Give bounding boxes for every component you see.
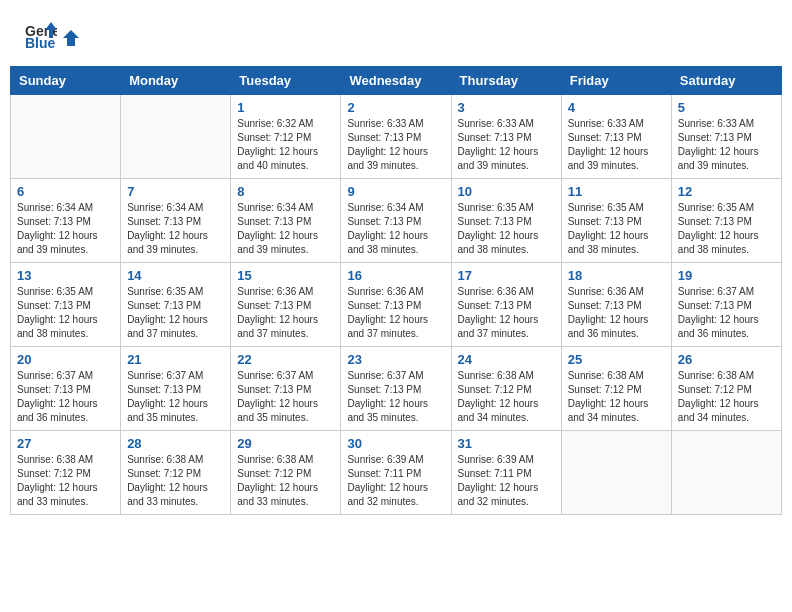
day-number: 26: [678, 352, 775, 367]
calendar-week-row: 20Sunrise: 6:37 AM Sunset: 7:13 PM Dayli…: [11, 347, 782, 431]
day-number: 5: [678, 100, 775, 115]
day-number: 8: [237, 184, 334, 199]
calendar-cell: 9Sunrise: 6:34 AM Sunset: 7:13 PM Daylig…: [341, 179, 451, 263]
calendar-cell: [121, 95, 231, 179]
day-number: 15: [237, 268, 334, 283]
calendar-cell: 16Sunrise: 6:36 AM Sunset: 7:13 PM Dayli…: [341, 263, 451, 347]
day-info: Sunrise: 6:37 AM Sunset: 7:13 PM Dayligh…: [17, 369, 114, 425]
day-number: 3: [458, 100, 555, 115]
day-info: Sunrise: 6:36 AM Sunset: 7:13 PM Dayligh…: [458, 285, 555, 341]
calendar-cell: 5Sunrise: 6:33 AM Sunset: 7:13 PM Daylig…: [671, 95, 781, 179]
day-number: 9: [347, 184, 444, 199]
calendar-cell: 4Sunrise: 6:33 AM Sunset: 7:13 PM Daylig…: [561, 95, 671, 179]
day-header-wednesday: Wednesday: [341, 67, 451, 95]
day-number: 23: [347, 352, 444, 367]
calendar-cell: 7Sunrise: 6:34 AM Sunset: 7:13 PM Daylig…: [121, 179, 231, 263]
day-header-sunday: Sunday: [11, 67, 121, 95]
day-number: 30: [347, 436, 444, 451]
calendar-cell: 10Sunrise: 6:35 AM Sunset: 7:13 PM Dayli…: [451, 179, 561, 263]
calendar-cell: 13Sunrise: 6:35 AM Sunset: 7:13 PM Dayli…: [11, 263, 121, 347]
day-info: Sunrise: 6:39 AM Sunset: 7:11 PM Dayligh…: [458, 453, 555, 509]
day-info: Sunrise: 6:33 AM Sunset: 7:13 PM Dayligh…: [458, 117, 555, 173]
day-info: Sunrise: 6:34 AM Sunset: 7:13 PM Dayligh…: [237, 201, 334, 257]
day-number: 18: [568, 268, 665, 283]
calendar-cell: 3Sunrise: 6:33 AM Sunset: 7:13 PM Daylig…: [451, 95, 561, 179]
calendar-cell: 28Sunrise: 6:38 AM Sunset: 7:12 PM Dayli…: [121, 431, 231, 515]
day-info: Sunrise: 6:34 AM Sunset: 7:13 PM Dayligh…: [127, 201, 224, 257]
calendar-cell: 26Sunrise: 6:38 AM Sunset: 7:12 PM Dayli…: [671, 347, 781, 431]
day-number: 17: [458, 268, 555, 283]
day-number: 10: [458, 184, 555, 199]
day-info: Sunrise: 6:36 AM Sunset: 7:13 PM Dayligh…: [568, 285, 665, 341]
day-info: Sunrise: 6:34 AM Sunset: 7:13 PM Dayligh…: [347, 201, 444, 257]
day-info: Sunrise: 6:35 AM Sunset: 7:13 PM Dayligh…: [458, 201, 555, 257]
day-header-saturday: Saturday: [671, 67, 781, 95]
calendar-cell: 20Sunrise: 6:37 AM Sunset: 7:13 PM Dayli…: [11, 347, 121, 431]
calendar-cell: [561, 431, 671, 515]
day-info: Sunrise: 6:39 AM Sunset: 7:11 PM Dayligh…: [347, 453, 444, 509]
calendar-cell: 15Sunrise: 6:36 AM Sunset: 7:13 PM Dayli…: [231, 263, 341, 347]
calendar-cell: [671, 431, 781, 515]
calendar-cell: 6Sunrise: 6:34 AM Sunset: 7:13 PM Daylig…: [11, 179, 121, 263]
day-number: 20: [17, 352, 114, 367]
day-header-friday: Friday: [561, 67, 671, 95]
calendar-week-row: 1Sunrise: 6:32 AM Sunset: 7:12 PM Daylig…: [11, 95, 782, 179]
calendar-cell: 22Sunrise: 6:37 AM Sunset: 7:13 PM Dayli…: [231, 347, 341, 431]
day-info: Sunrise: 6:34 AM Sunset: 7:13 PM Dayligh…: [17, 201, 114, 257]
day-info: Sunrise: 6:37 AM Sunset: 7:13 PM Dayligh…: [347, 369, 444, 425]
day-info: Sunrise: 6:38 AM Sunset: 7:12 PM Dayligh…: [17, 453, 114, 509]
day-info: Sunrise: 6:38 AM Sunset: 7:12 PM Dayligh…: [237, 453, 334, 509]
day-number: 14: [127, 268, 224, 283]
day-info: Sunrise: 6:35 AM Sunset: 7:13 PM Dayligh…: [568, 201, 665, 257]
day-info: Sunrise: 6:35 AM Sunset: 7:13 PM Dayligh…: [127, 285, 224, 341]
day-info: Sunrise: 6:37 AM Sunset: 7:13 PM Dayligh…: [237, 369, 334, 425]
calendar-cell: 17Sunrise: 6:36 AM Sunset: 7:13 PM Dayli…: [451, 263, 561, 347]
logo: General Blue: [25, 20, 81, 56]
calendar-header-row: SundayMondayTuesdayWednesdayThursdayFrid…: [11, 67, 782, 95]
day-number: 21: [127, 352, 224, 367]
calendar-cell: 18Sunrise: 6:36 AM Sunset: 7:13 PM Dayli…: [561, 263, 671, 347]
day-info: Sunrise: 6:33 AM Sunset: 7:13 PM Dayligh…: [678, 117, 775, 173]
calendar-cell: 31Sunrise: 6:39 AM Sunset: 7:11 PM Dayli…: [451, 431, 561, 515]
day-number: 25: [568, 352, 665, 367]
calendar-cell: 2Sunrise: 6:33 AM Sunset: 7:13 PM Daylig…: [341, 95, 451, 179]
day-info: Sunrise: 6:37 AM Sunset: 7:13 PM Dayligh…: [678, 285, 775, 341]
calendar-cell: 8Sunrise: 6:34 AM Sunset: 7:13 PM Daylig…: [231, 179, 341, 263]
day-number: 28: [127, 436, 224, 451]
day-number: 2: [347, 100, 444, 115]
day-number: 27: [17, 436, 114, 451]
day-number: 6: [17, 184, 114, 199]
calendar-cell: 24Sunrise: 6:38 AM Sunset: 7:12 PM Dayli…: [451, 347, 561, 431]
calendar-cell: 27Sunrise: 6:38 AM Sunset: 7:12 PM Dayli…: [11, 431, 121, 515]
day-number: 11: [568, 184, 665, 199]
day-info: Sunrise: 6:37 AM Sunset: 7:13 PM Dayligh…: [127, 369, 224, 425]
day-number: 22: [237, 352, 334, 367]
day-number: 1: [237, 100, 334, 115]
day-info: Sunrise: 6:32 AM Sunset: 7:12 PM Dayligh…: [237, 117, 334, 173]
calendar-cell: 11Sunrise: 6:35 AM Sunset: 7:13 PM Dayli…: [561, 179, 671, 263]
day-number: 16: [347, 268, 444, 283]
day-info: Sunrise: 6:36 AM Sunset: 7:13 PM Dayligh…: [347, 285, 444, 341]
day-number: 4: [568, 100, 665, 115]
day-info: Sunrise: 6:35 AM Sunset: 7:13 PM Dayligh…: [17, 285, 114, 341]
day-number: 29: [237, 436, 334, 451]
calendar-cell: 14Sunrise: 6:35 AM Sunset: 7:13 PM Dayli…: [121, 263, 231, 347]
day-header-monday: Monday: [121, 67, 231, 95]
day-info: Sunrise: 6:35 AM Sunset: 7:13 PM Dayligh…: [678, 201, 775, 257]
calendar-week-row: 6Sunrise: 6:34 AM Sunset: 7:13 PM Daylig…: [11, 179, 782, 263]
calendar-table: SundayMondayTuesdayWednesdayThursdayFrid…: [10, 66, 782, 515]
day-number: 19: [678, 268, 775, 283]
calendar-cell: 12Sunrise: 6:35 AM Sunset: 7:13 PM Dayli…: [671, 179, 781, 263]
day-number: 7: [127, 184, 224, 199]
day-number: 13: [17, 268, 114, 283]
calendar-cell: [11, 95, 121, 179]
calendar-cell: 29Sunrise: 6:38 AM Sunset: 7:12 PM Dayli…: [231, 431, 341, 515]
svg-marker-3: [63, 30, 79, 46]
day-info: Sunrise: 6:38 AM Sunset: 7:12 PM Dayligh…: [458, 369, 555, 425]
day-info: Sunrise: 6:38 AM Sunset: 7:12 PM Dayligh…: [127, 453, 224, 509]
day-header-tuesday: Tuesday: [231, 67, 341, 95]
calendar-cell: 1Sunrise: 6:32 AM Sunset: 7:12 PM Daylig…: [231, 95, 341, 179]
day-number: 31: [458, 436, 555, 451]
day-info: Sunrise: 6:38 AM Sunset: 7:12 PM Dayligh…: [678, 369, 775, 425]
logo-graphic: General Blue: [25, 20, 57, 56]
